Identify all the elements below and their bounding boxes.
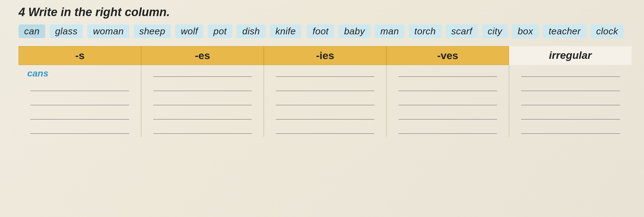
answer-line-es-4[interactable] bbox=[153, 111, 252, 119]
header-es: -es bbox=[141, 46, 264, 65]
word-box: box bbox=[512, 24, 539, 38]
word-can: can bbox=[19, 24, 45, 38]
answer-line-es-1[interactable] bbox=[153, 68, 252, 77]
table-header: -s -es -ies -ves irregular bbox=[19, 46, 632, 65]
answer-line-s-1[interactable] bbox=[30, 82, 129, 91]
answer-line-irr-3[interactable] bbox=[521, 97, 620, 105]
word-woman: woman bbox=[87, 24, 129, 38]
answer-line-ves-2[interactable] bbox=[398, 82, 497, 91]
col-s-body: cans bbox=[19, 65, 141, 137]
answer-line-s-3[interactable] bbox=[30, 111, 129, 119]
col-ves-body bbox=[386, 65, 509, 137]
answer-line-s-2[interactable] bbox=[30, 97, 129, 105]
table-body: cans bbox=[19, 65, 632, 137]
word-knife: knife bbox=[270, 24, 302, 38]
answer-line-irr-5[interactable] bbox=[521, 125, 620, 134]
answer-line-irr-1[interactable] bbox=[521, 68, 620, 77]
answer-line-ves-3[interactable] bbox=[398, 97, 497, 105]
header-ies: -ies bbox=[264, 46, 386, 65]
header-ves: -ves bbox=[386, 46, 509, 65]
answer-line-ies-1[interactable] bbox=[276, 68, 375, 77]
answer-line-ves-4[interactable] bbox=[398, 111, 497, 119]
col-ies-body bbox=[264, 65, 386, 137]
word-baby: baby bbox=[338, 24, 370, 38]
words-row-1: can glass woman sheep wolf pot dish knif… bbox=[19, 24, 301, 38]
answer-line-irr-4[interactable] bbox=[521, 111, 620, 119]
answer-line-ves-5[interactable] bbox=[398, 125, 497, 134]
answer-line-ies-2[interactable] bbox=[276, 82, 375, 91]
word-dish: dish bbox=[237, 24, 265, 38]
word-city: city bbox=[482, 24, 508, 38]
header-irregular: irregular bbox=[509, 46, 632, 65]
answer-line-s-4[interactable] bbox=[30, 125, 129, 134]
answer-line-ies-5[interactable] bbox=[276, 125, 375, 134]
col-es-body bbox=[141, 65, 264, 137]
word-sheep: sheep bbox=[134, 24, 171, 38]
main-content: 4 Write in the right column. can glass w… bbox=[0, 0, 644, 140]
word-glass: glass bbox=[50, 24, 83, 38]
words-area: can glass woman sheep wolf pot dish knif… bbox=[19, 24, 632, 41]
word-man: man bbox=[375, 24, 405, 38]
answer-line-es-2[interactable] bbox=[153, 82, 252, 91]
answer-cans: cans bbox=[25, 68, 135, 77]
word-foot: foot bbox=[307, 24, 334, 38]
answer-line-ves-1[interactable] bbox=[398, 68, 497, 77]
answer-line-irr-2[interactable] bbox=[521, 82, 620, 91]
word-pot: pot bbox=[208, 24, 232, 38]
words-row-2: foot baby man torch scarf city box teach… bbox=[307, 24, 624, 38]
exercise-instruction: Write in the right column. bbox=[28, 6, 170, 19]
title-row: 4 Write in the right column. bbox=[19, 6, 632, 19]
word-torch: torch bbox=[409, 24, 441, 38]
word-wolf: wolf bbox=[175, 24, 203, 38]
answer-table: -s -es -ies -ves irregular cans bbox=[19, 46, 632, 137]
word-scarf: scarf bbox=[446, 24, 478, 38]
exercise-title: 4 bbox=[19, 6, 25, 19]
col-irr-body bbox=[509, 65, 632, 137]
header-s: -s bbox=[19, 46, 141, 65]
word-teacher: teacher bbox=[543, 24, 586, 38]
answer-line-es-3[interactable] bbox=[153, 97, 252, 105]
answer-line-ies-4[interactable] bbox=[276, 111, 375, 119]
answer-line-ies-3[interactable] bbox=[276, 97, 375, 105]
word-clock: clock bbox=[591, 24, 624, 38]
answer-line-es-5[interactable] bbox=[153, 125, 252, 134]
